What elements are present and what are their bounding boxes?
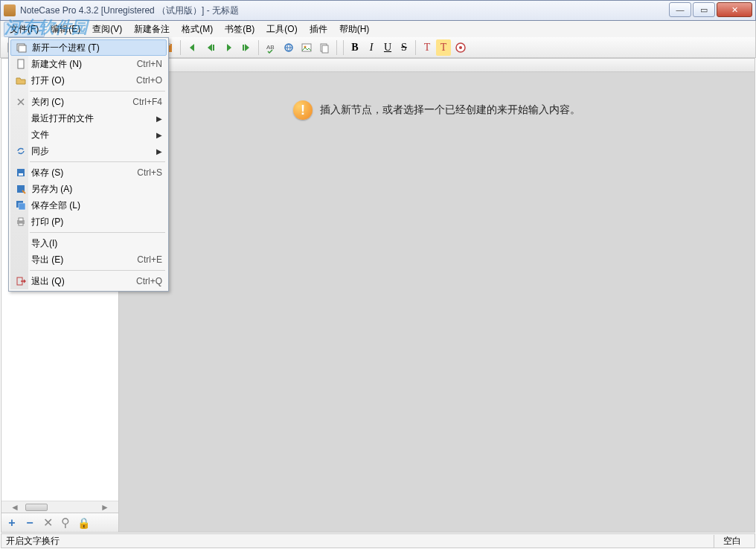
toolbar-separator xyxy=(336,40,337,55)
warning-icon: ! xyxy=(293,100,313,120)
tb-highlight-button[interactable]: T xyxy=(436,39,451,56)
menu-bookmark[interactable]: 书签(B) xyxy=(219,22,260,37)
submenu-arrow-icon: ▶ xyxy=(156,131,162,139)
toolbar-separator xyxy=(343,40,344,55)
sb-add-button[interactable]: + xyxy=(4,516,19,530)
menu-saveall[interactable]: 保存全部 (L) xyxy=(10,197,167,214)
svg-rect-23 xyxy=(18,60,24,68)
title-bar: NoteCase Pro 4.3.2 [Unregistered （试用版）] … xyxy=(0,0,756,21)
window-title: NoteCase Pro 4.3.2 [Unregistered （试用版）] … xyxy=(20,4,239,17)
toolbar-separator xyxy=(415,40,416,55)
menu-print[interactable]: 打印 (P) xyxy=(10,214,167,230)
sync-icon xyxy=(13,145,28,157)
menu-file-sub[interactable]: 文件 ▶ xyxy=(10,126,167,143)
toolbar-separator xyxy=(180,40,181,55)
editor-panel: ! 插入新节点，或者选择一个已经创建的来开始输入内容。 xyxy=(119,59,755,532)
exit-icon xyxy=(13,275,28,287)
menu-help[interactable]: 帮助(H) xyxy=(333,22,376,37)
close-icon xyxy=(13,96,28,108)
save-icon xyxy=(13,167,28,179)
menu-export[interactable]: 导出 (E) Ctrl+E xyxy=(10,251,167,268)
svg-rect-12 xyxy=(243,45,244,51)
file-menu-dropdown: 新开一个进程 (T) 新建文件 (N) Ctrl+N 打开 (O) Ctrl+O… xyxy=(8,37,169,292)
sb-search-button[interactable]: ⚲ xyxy=(58,516,73,530)
svg-rect-28 xyxy=(19,203,25,210)
svg-rect-15 xyxy=(302,44,311,51)
editor-ruler xyxy=(119,59,755,72)
sb-lock-button[interactable]: 🔒 xyxy=(76,516,91,530)
tb-spellcheck-icon[interactable]: AB xyxy=(263,39,279,56)
minimize-button[interactable]: — xyxy=(669,2,691,17)
sidebar-scrollbar[interactable]: ◄► xyxy=(1,501,118,513)
menu-open[interactable]: 打开 (O) Ctrl+O xyxy=(10,72,167,89)
submenu-arrow-icon: ▶ xyxy=(156,115,162,123)
menu-recent-files[interactable]: 最近打开的文件 ▶ xyxy=(10,110,167,126)
new-window-icon xyxy=(14,42,29,54)
menu-new-process[interactable]: 新开一个进程 (T) xyxy=(10,39,167,56)
menu-separator xyxy=(30,270,165,271)
menu-new-file[interactable]: 新建文件 (N) Ctrl+N xyxy=(10,56,167,72)
menu-separator xyxy=(30,91,165,92)
status-right: 空白 xyxy=(714,535,750,548)
saveas-icon xyxy=(13,183,28,195)
menu-new-note[interactable]: 新建备注 xyxy=(128,22,176,37)
tb-attach-icon[interactable] xyxy=(316,39,333,56)
svg-rect-25 xyxy=(19,173,23,176)
menu-tools[interactable]: 工具(O) xyxy=(260,22,303,37)
svg-rect-30 xyxy=(19,218,23,221)
tb-italic-button[interactable]: I xyxy=(364,39,379,56)
svg-rect-11 xyxy=(213,45,214,51)
print-icon xyxy=(13,216,28,228)
menu-sync[interactable]: 同步 ▶ xyxy=(10,143,167,159)
menu-plugins[interactable]: 插件 xyxy=(304,22,333,37)
menu-close[interactable]: 关闭 (C) Ctrl+F4 xyxy=(10,94,167,110)
menu-exit[interactable]: 退出 (Q) Ctrl+Q xyxy=(10,273,167,289)
status-left: 开启文字换行 xyxy=(6,535,60,548)
editor-hint-text: 插入新节点，或者选择一个已经创建的来开始输入内容。 xyxy=(320,103,580,117)
svg-rect-31 xyxy=(19,223,23,225)
tb-help-icon[interactable] xyxy=(452,39,469,56)
tb-image-icon[interactable] xyxy=(298,39,315,56)
sb-delete-button[interactable]: ✕ xyxy=(40,516,55,530)
folder-open-icon xyxy=(13,74,28,86)
svg-rect-18 xyxy=(322,45,328,53)
svg-rect-22 xyxy=(19,45,26,52)
new-file-icon xyxy=(13,58,28,70)
menu-separator xyxy=(30,161,165,162)
status-bar: 开启文字换行 空白 xyxy=(1,533,755,548)
menu-file[interactable]: 文件(F) xyxy=(4,22,45,37)
tb-link-icon[interactable] xyxy=(281,39,297,56)
menu-import[interactable]: 导入(I) xyxy=(10,235,167,251)
tb-left-icon[interactable] xyxy=(185,39,201,56)
tb-textcolor-button[interactable]: T xyxy=(420,39,435,56)
tb-bold-button[interactable]: B xyxy=(347,39,362,56)
menu-separator xyxy=(30,232,165,233)
tb-right-icon[interactable] xyxy=(220,39,237,56)
editor-hint: ! 插入新节点，或者选择一个已经创建的来开始输入内容。 xyxy=(119,100,755,120)
tb-underline-button[interactable]: U xyxy=(380,39,395,56)
menu-save[interactable]: 保存 (S) Ctrl+S xyxy=(10,164,167,181)
svg-text:AB: AB xyxy=(266,44,275,51)
tb-right2-icon[interactable] xyxy=(238,39,254,56)
tb-strike-button[interactable]: S xyxy=(397,39,411,56)
svg-point-20 xyxy=(459,46,462,49)
menu-view[interactable]: 查阅(V) xyxy=(86,22,128,37)
window-controls: — ▭ ✕ xyxy=(669,2,752,17)
close-button[interactable]: ✕ xyxy=(717,2,752,17)
sb-remove-button[interactable]: − xyxy=(22,516,37,530)
sidebar-toolbar: + − ✕ ⚲ 🔒 xyxy=(1,513,118,532)
submenu-arrow-icon: ▶ xyxy=(156,147,162,155)
maximize-button[interactable]: ▭ xyxy=(693,2,715,17)
saveall-icon xyxy=(13,199,28,211)
tb-left2-icon[interactable] xyxy=(202,39,219,56)
toolbar-separator xyxy=(258,40,259,55)
menu-edit[interactable]: 编辑(E) xyxy=(45,22,86,37)
app-icon xyxy=(4,4,16,16)
menu-saveas[interactable]: 另存为 (A) xyxy=(10,181,167,197)
menu-bar: 文件(F) 编辑(E) 查阅(V) 新建备注 格式(M) 书签(B) 工具(O)… xyxy=(0,21,756,37)
menu-format[interactable]: 格式(M) xyxy=(176,22,219,37)
